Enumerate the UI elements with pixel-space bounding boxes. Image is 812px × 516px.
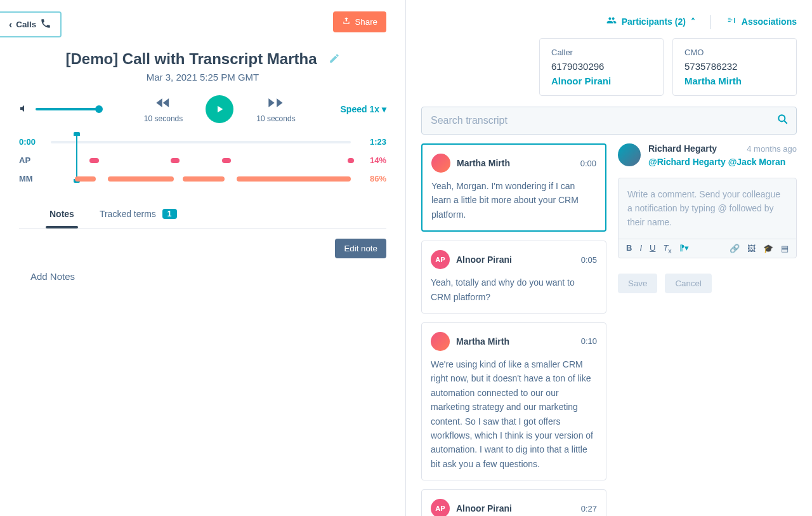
speaker-ap-track[interactable]: [51, 158, 351, 163]
playhead[interactable]: [76, 132, 77, 183]
notes-placeholder[interactable]: Add Notes: [19, 271, 75, 282]
search-icon[interactable]: [776, 113, 789, 128]
comment: Richard Hegarty 4 months ago @Richard He…: [618, 143, 797, 169]
transcript-speaker: Martha Mirth: [456, 336, 575, 347]
participant-name[interactable]: Martha Mirth: [684, 76, 785, 86]
edit-note-button[interactable]: Edit note: [335, 239, 386, 258]
participant-card-caller[interactable]: Caller 6179030296 Alnoor Pirani: [539, 38, 664, 96]
rewind-label: 10 seconds: [144, 114, 183, 123]
time-end: 1:23: [360, 137, 386, 147]
speed-selector[interactable]: Speed 1x ▾: [341, 104, 386, 114]
share-label: Share: [355, 17, 377, 27]
svg-line-1: [785, 121, 787, 124]
svg-point-0: [778, 115, 785, 121]
share-button[interactable]: Share: [333, 11, 386, 32]
edit-title-icon[interactable]: [329, 53, 340, 66]
tab-tracked-terms[interactable]: Tracked terms 1: [100, 209, 177, 228]
participant-role: Caller: [551, 48, 652, 57]
chevron-down-icon: ▾: [382, 104, 386, 114]
volume-icon[interactable]: [19, 103, 29, 116]
participant-phone: 6179030296: [551, 61, 652, 72]
snippet-icon[interactable]: 🎓: [763, 244, 773, 253]
back-to-calls-button[interactable]: ‹ Calls: [0, 11, 62, 37]
transcript-speaker: Alnoor Pirani: [456, 503, 575, 513]
associations-icon: [726, 15, 737, 27]
avatar: AP: [431, 499, 450, 516]
italic-icon[interactable]: I: [639, 243, 642, 255]
bold-icon[interactable]: B: [626, 243, 632, 255]
transcript-entry[interactable]: AP Alnoor Pirani 0:27 Totally totally an…: [421, 489, 606, 516]
cancel-comment-button[interactable]: Cancel: [665, 274, 712, 293]
comment-textarea[interactable]: Write a comment. Send your colleague a n…: [619, 178, 796, 239]
transcript-entry[interactable]: Martha Mirth 0:10 We're using kind of li…: [421, 322, 606, 480]
speaker-mm-pct: 86%: [360, 174, 386, 183]
associations-link[interactable]: Associations: [726, 15, 797, 27]
participants-toggle[interactable]: Participants (2) ˄: [606, 15, 695, 27]
comment-mentions: @Richard Hegarty @Jack Moran: [648, 156, 797, 169]
transcript-entry[interactable]: Martha Mirth 0:00 Yeah, Morgan. I'm wond…: [421, 143, 606, 232]
transcript-text: Yeah, Morgan. I'm wondering if I can lea…: [431, 179, 596, 222]
participant-role: CMO: [684, 48, 785, 57]
timeline-track[interactable]: [51, 141, 351, 143]
speaker-mm-label: MM: [19, 174, 42, 183]
time-start: 0:00: [19, 137, 42, 147]
transcript-timestamp: 0:10: [581, 336, 597, 346]
participants-icon: [606, 15, 617, 27]
back-label: Calls: [16, 20, 36, 29]
speaker-ap-pct: 14%: [360, 155, 386, 165]
underline-icon[interactable]: U: [650, 243, 655, 255]
clear-format-icon[interactable]: Tx: [663, 243, 671, 255]
comment-editor[interactable]: Write a comment. Send your colleague a n…: [618, 178, 797, 259]
share-icon: [342, 17, 351, 27]
template-icon[interactable]: ▤: [781, 244, 789, 253]
editor-toolbar: B I U Tx ⁋▾ 🔗 🖼 🎓 ▤: [619, 239, 796, 258]
speaker-ap-label: AP: [19, 155, 42, 165]
divider: [710, 15, 711, 29]
avatar: [618, 143, 641, 166]
volume-slider[interactable]: [36, 108, 99, 110]
participant-phone: 5735786232: [684, 61, 785, 72]
transcript-timestamp: 0:05: [581, 255, 597, 265]
comment-author: Richard Hegarty: [648, 143, 717, 154]
chevron-left-icon: ‹: [9, 19, 12, 30]
phone-icon: [40, 18, 51, 31]
transcript-text: Yeah, totally and why do you want to CRM…: [431, 275, 597, 304]
more-format-icon[interactable]: ⁋▾: [679, 243, 689, 255]
speaker-mm-track[interactable]: [51, 176, 351, 182]
participant-card-cmo[interactable]: CMO 5735786232 Martha Mirth: [672, 38, 797, 96]
search-transcript-input[interactable]: [421, 107, 797, 135]
transcript-timestamp: 0:00: [580, 159, 596, 168]
transcript-text: We're using kind of like a smaller CRM r…: [431, 357, 597, 471]
save-comment-button[interactable]: Save: [618, 274, 657, 293]
tab-notes[interactable]: Notes: [49, 209, 74, 228]
forward-button[interactable]: [267, 95, 285, 113]
transcript-entry[interactable]: AP Alnoor Pirani 0:05 Yeah, totally and …: [421, 241, 606, 314]
avatar: [431, 154, 450, 173]
play-button[interactable]: [206, 95, 233, 123]
avatar: [431, 332, 450, 351]
tracked-count-badge: 1: [162, 209, 177, 219]
image-icon[interactable]: 🖼: [747, 244, 756, 253]
rewind-button[interactable]: [155, 95, 173, 113]
transcript-speaker: Alnoor Pirani: [456, 255, 575, 265]
transcript-timestamp: 0:27: [581, 504, 597, 513]
chevron-up-icon: ˄: [691, 17, 695, 27]
transcript-speaker: Martha Mirth: [457, 158, 574, 168]
call-datetime: Mar 3, 2021 5:25 PM GMT: [0, 72, 405, 83]
forward-label: 10 seconds: [256, 114, 295, 123]
link-icon[interactable]: 🔗: [730, 244, 740, 253]
comment-time: 4 months ago: [747, 144, 797, 154]
avatar: AP: [431, 250, 450, 269]
participant-name[interactable]: Alnoor Pirani: [551, 76, 652, 86]
page-title: [Demo] Call with Transcript Martha: [65, 50, 317, 68]
